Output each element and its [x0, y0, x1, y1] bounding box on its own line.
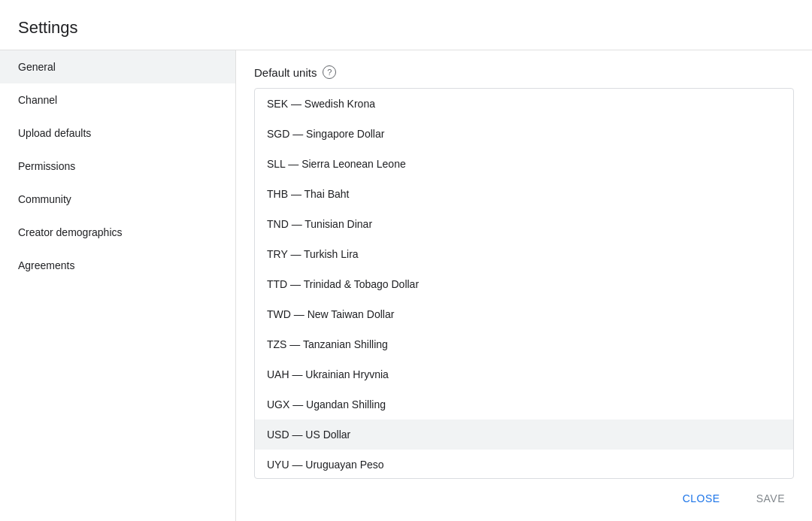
save-button[interactable]: SAVE [747, 486, 794, 510]
sidebar: GeneralChannelUpload defaultsPermissions… [0, 50, 236, 521]
currency-item-tzs[interactable]: TZS — Tanzanian Shilling [255, 329, 793, 359]
currency-item-thb[interactable]: THB — Thai Baht [255, 179, 793, 209]
currency-item-ttd[interactable]: TTD — Trinidad & Tobago Dollar [255, 269, 793, 299]
sidebar-item-permissions[interactable]: Permissions [0, 150, 235, 183]
currency-item-sgd[interactable]: SGD — Singapore Dollar [255, 119, 793, 149]
currency-item-usd[interactable]: USD — US Dollar [255, 420, 793, 450]
currency-item-ugx[interactable]: UGX — Ugandan Shilling [255, 389, 793, 420]
sidebar-item-community[interactable]: Community [0, 183, 235, 216]
currency-dropdown-list: SEK — Swedish KronaSGD — Singapore Dolla… [254, 88, 794, 479]
sidebar-item-general[interactable]: General [0, 50, 235, 83]
currency-item-twd[interactable]: TWD — New Taiwan Dollar [255, 299, 793, 329]
default-units-heading: Default units [254, 66, 317, 79]
sidebar-item-creator-demographics[interactable]: Creator demographics [0, 216, 235, 249]
currency-item-sll[interactable]: SLL — Sierra Leonean Leone [255, 149, 793, 179]
currency-item-tnd[interactable]: TND — Tunisian Dinar [255, 209, 793, 239]
currency-item-sek[interactable]: SEK — Swedish Krona [255, 89, 793, 119]
help-icon[interactable]: ? [323, 65, 336, 79]
currency-item-try[interactable]: TRY — Turkish Lira [255, 239, 793, 269]
main-content: Default units ? SEK — Swedish KronaSGD —… [236, 50, 812, 521]
currency-item-uah[interactable]: UAH — Ukrainian Hryvnia [255, 359, 793, 389]
sidebar-item-agreements[interactable]: Agreements [0, 249, 235, 282]
close-button[interactable]: CLOSE [674, 486, 729, 510]
sidebar-item-upload-defaults[interactable]: Upload defaults [0, 117, 235, 150]
sidebar-item-channel[interactable]: Channel [0, 83, 235, 117]
page-title: Settings [0, 0, 812, 50]
